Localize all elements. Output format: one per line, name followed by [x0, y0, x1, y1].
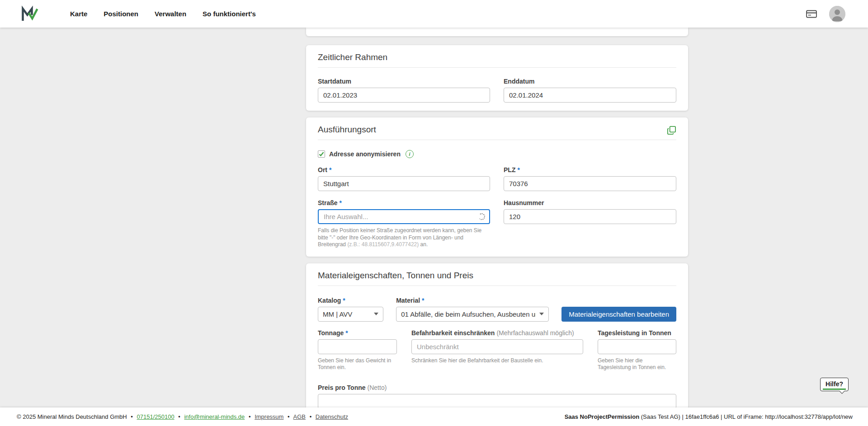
ort-label: Ort*	[318, 166, 490, 174]
nav-item-verwalten[interactable]: Verwalten	[155, 10, 186, 18]
startdatum-field: Startdatum	[318, 78, 490, 103]
main-navigation: Karte Positionen Verwalten So funktionie…	[70, 10, 256, 18]
enddatum-input[interactable]	[504, 88, 676, 103]
plz-field: PLZ*	[504, 166, 676, 191]
tonnage-hint: Geben Sie hier das Gewicht in Tonnen ein…	[318, 357, 397, 371]
befahrbarkeit-input[interactable]	[411, 339, 583, 354]
footer-email-link[interactable]: info@mineral-minds.de	[184, 413, 245, 420]
tagesleistung-label: Tagesleistung in Tonnen	[598, 329, 676, 337]
strasse-label: Straße*	[318, 199, 490, 207]
startdatum-label: Startdatum	[318, 78, 490, 85]
footer-environment-info: Saas NoProjectPermission (Saas Test AG) …	[565, 413, 853, 420]
chevron-down-icon	[539, 313, 544, 315]
footer-datenschutz-link[interactable]: Datenschutz	[316, 413, 348, 420]
lot-form: Zeitlicher Rahmen Startdatum Enddatum	[306, 28, 688, 407]
katalog-select[interactable]: MM | AVV	[318, 307, 383, 322]
tonnage-label: Tonnage*	[318, 329, 397, 337]
katalog-label: Katalog*	[318, 297, 383, 304]
app-logo[interactable]	[20, 5, 38, 23]
plz-label: PLZ*	[504, 166, 676, 174]
preis-label: Preis pro Tonne(Netto)	[318, 384, 676, 392]
required-mark: *	[343, 297, 345, 304]
hausnummer-field: Hausnummer	[504, 199, 676, 248]
previous-card-partial	[306, 28, 688, 36]
ort-input[interactable]	[318, 176, 490, 191]
startdatum-input[interactable]	[318, 88, 490, 103]
nav-item-so-funktionierts[interactable]: So funktioniert's	[203, 10, 256, 18]
material-field: Material* 01 Abfälle, die beim Aufsuchen…	[396, 297, 549, 322]
navbar-right	[806, 6, 845, 22]
anonymize-label[interactable]: Adresse anonymisieren	[329, 150, 401, 158]
katalog-field: Katalog* MM | AVV	[318, 297, 383, 322]
material-select[interactable]: 01 Abfälle, die beim Aufsuchen, Ausbeute…	[396, 307, 549, 322]
enddatum-label: Enddatum	[504, 78, 676, 85]
card-materialeigenschaften: Materialeigenschaften, Tonnen und Preis …	[306, 263, 688, 407]
material-row-1: Katalog* MM | AVV Material* 01 Abfälle, …	[318, 297, 676, 322]
hausnummer-label: Hausnummer	[504, 199, 676, 207]
preis-input[interactable]	[318, 394, 676, 407]
footer: © 2025 Mineral Minds Deutschland GmbH • …	[0, 407, 868, 426]
material-row-2: Tonnage* Geben Sie hier das Gewicht in T…	[318, 329, 676, 371]
anonymize-checkbox[interactable]	[318, 150, 325, 158]
strasse-input[interactable]	[324, 213, 478, 220]
footer-copyright: © 2025 Mineral Minds Deutschland GmbH	[17, 413, 127, 420]
enddatum-field: Enddatum	[504, 78, 676, 103]
hausnummer-input[interactable]	[504, 209, 676, 224]
footer-left: © 2025 Mineral Minds Deutschland GmbH • …	[17, 413, 348, 420]
help-button[interactable]: Hilfe?	[820, 378, 849, 391]
tonnage-field: Tonnage* Geben Sie hier das Gewicht in T…	[318, 329, 397, 371]
footer-agb-link[interactable]: AGB	[293, 413, 306, 420]
check-icon	[319, 151, 324, 157]
tagesleistung-hint: Geben Sie hier die Tagesleistung in Tonn…	[598, 357, 676, 371]
befahrbarkeit-field: Befahrbarkeit einschränken(Mehrfachauswa…	[411, 329, 583, 371]
footer-phone-link[interactable]: 07151/250100	[137, 413, 175, 420]
anonymize-row: Adresse anonymisieren i	[318, 150, 676, 158]
tonnage-input[interactable]	[318, 339, 397, 354]
page-content: Zeitlicher Rahmen Startdatum Enddatum	[0, 28, 868, 407]
tagesleistung-field: Tagesleistung in Tonnen Geben Sie hier d…	[598, 329, 676, 371]
befahrbarkeit-label: Befahrbarkeit einschränken(Mehrfachauswa…	[411, 329, 583, 337]
user-avatar[interactable]	[829, 6, 845, 22]
edit-material-properties-button[interactable]: Materialeigenschaften bearbeiten	[561, 307, 676, 322]
required-mark: *	[422, 297, 424, 304]
required-mark: *	[340, 199, 342, 206]
strasse-hint: Falls die Position keiner Straße zugeord…	[318, 227, 486, 248]
befahrbarkeit-hint: Schränken Sie hier die Befahrbarkeit der…	[411, 357, 583, 365]
chevron-down-icon	[374, 313, 378, 315]
nav-item-positionen[interactable]: Positionen	[104, 10, 138, 18]
material-label: Material*	[396, 297, 549, 304]
required-mark: *	[329, 166, 331, 173]
required-mark: *	[345, 329, 348, 337]
card-zeitlicher-rahmen: Zeitlicher Rahmen Startdatum Enddatum	[306, 45, 688, 111]
card-title-materialeigenschaften: Materialeigenschaften, Tonnen und Preis	[318, 271, 676, 286]
tagesleistung-input[interactable]	[598, 339, 676, 354]
required-mark: *	[517, 166, 519, 173]
mineral-minds-logo-icon	[20, 5, 38, 23]
footer-impressum-link[interactable]: Impressum	[255, 413, 283, 420]
card-ausfuehrungsort: Ausführungsort Adresse anonymisieren i	[306, 117, 688, 257]
card-title-zeitlicher-rahmen: Zeitlicher Rahmen	[318, 52, 676, 68]
info-icon[interactable]: i	[406, 150, 414, 158]
nav-item-karte[interactable]: Karte	[70, 10, 87, 18]
card-title-ausfuehrungsort: Ausführungsort	[318, 125, 676, 140]
copy-icon[interactable]	[667, 126, 676, 137]
billing-card-icon[interactable]	[806, 9, 817, 19]
top-navbar: Karte Positionen Verwalten So funktionie…	[0, 0, 868, 28]
loading-spinner-icon	[478, 213, 485, 220]
ort-field: Ort*	[318, 166, 490, 191]
strasse-field: Straße* Falls die Position keiner Straße…	[318, 199, 490, 248]
plz-input[interactable]	[504, 176, 676, 191]
preis-field: Preis pro Tonne(Netto)	[318, 384, 676, 407]
strasse-input-shell	[318, 209, 490, 224]
